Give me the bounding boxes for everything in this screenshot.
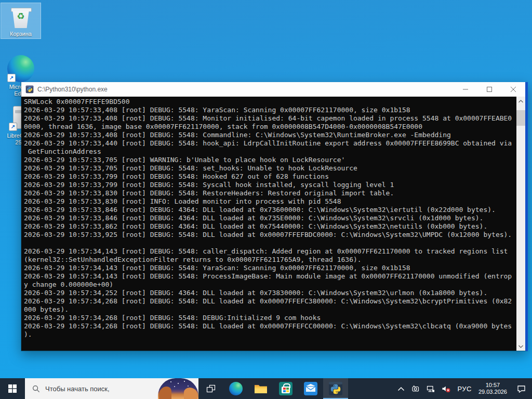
tray-meet-now-button[interactable] <box>411 384 420 393</box>
minimize-icon <box>463 87 468 92</box>
shortcut-arrow-icon: ↗ <box>7 74 16 82</box>
minimize-button[interactable] <box>454 82 477 97</box>
edge-icon: ↗ <box>7 55 34 82</box>
microsoft-store-icon <box>279 382 292 395</box>
action-center-icon <box>517 385 526 393</box>
python-console-icon <box>328 381 343 396</box>
search-icon <box>32 385 40 393</box>
scrollbar[interactable] <box>516 97 525 351</box>
window-titlebar[interactable]: C:\Python310\python.exe <box>21 82 525 97</box>
task-view-button[interactable] <box>198 378 223 399</box>
taskbar-clock[interactable]: 10:57 29.03.2026 <box>478 382 507 395</box>
window-title: C:\Python310\python.exe <box>37 86 108 93</box>
console-text: SRWLock 0x00007FFEFE9BD500 2026-03-29 10… <box>21 97 516 351</box>
recycle-bin-icon: ♻ <box>9 5 33 29</box>
taskbar-mail-button[interactable] <box>298 378 323 399</box>
tray-overflow-button[interactable] <box>397 387 405 391</box>
search-highlight-illustration[interactable] <box>158 378 198 399</box>
volume-muted-icon <box>442 385 450 393</box>
start-button[interactable] <box>0 378 25 399</box>
close-button[interactable] <box>501 82 525 97</box>
edge-icon <box>229 382 243 395</box>
system-tray: РУС 10:57 29.03.2026 <box>397 378 532 399</box>
desktop-icon-recycle-bin[interactable]: ♻ Корзина <box>1 3 41 38</box>
scrollbar-thumb[interactable] <box>516 110 525 126</box>
taskbar-edge-button[interactable] <box>223 378 248 399</box>
scroll-up-button[interactable] <box>516 97 525 105</box>
python-console-icon <box>25 85 34 94</box>
maximize-icon <box>487 87 492 92</box>
action-center-button[interactable] <box>517 385 526 393</box>
shortcut-arrow-icon: ↗ <box>9 123 17 131</box>
windows-logo-icon <box>8 384 17 393</box>
taskbar-python-console-button[interactable] <box>323 378 348 399</box>
desktop: ♻ Корзина ↗ Microsoft Edge ↗ LibreOffice… <box>0 0 532 399</box>
console-window: C:\Python310\python.exe SRWLock 0x00007F… <box>21 82 528 351</box>
close-icon <box>511 87 516 92</box>
language-indicator[interactable]: РУС <box>457 385 472 393</box>
window-controls <box>454 82 525 97</box>
search-input[interactable]: Чтобы начать поиск, <box>25 378 198 399</box>
tray-volume-button[interactable] <box>442 385 450 393</box>
camera-icon <box>411 384 420 393</box>
taskbar-store-button[interactable] <box>273 378 298 399</box>
search-placeholder: Чтобы начать поиск, <box>45 385 110 393</box>
taskbar-file-explorer-button[interactable] <box>248 378 273 399</box>
task-view-icon <box>206 384 216 393</box>
clock-date: 29.03.2026 <box>478 389 507 395</box>
mail-icon <box>304 382 317 395</box>
console-output[interactable]: SRWLock 0x00007FFEFE9BD500 2026-03-29 10… <box>21 97 525 351</box>
maximize-button[interactable] <box>477 82 501 97</box>
taskbar: Чтобы начать поиск, <box>0 378 532 399</box>
clock-time: 10:57 <box>478 382 507 389</box>
network-icon <box>427 385 435 393</box>
file-explorer-icon <box>254 383 268 394</box>
desktop-icon-label: Корзина <box>10 31 32 37</box>
scroll-down-button[interactable] <box>516 342 525 351</box>
chevron-up-icon <box>518 100 523 103</box>
tray-network-button[interactable] <box>427 385 435 393</box>
chevron-down-icon <box>518 345 523 348</box>
chevron-up-icon <box>397 387 405 391</box>
